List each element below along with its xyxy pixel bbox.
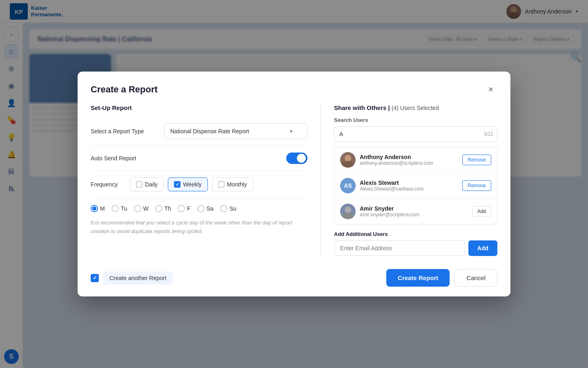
email-input-row: Add bbox=[334, 240, 497, 256]
share-count: (4) Users Selected bbox=[392, 105, 439, 111]
email-input[interactable] bbox=[334, 240, 465, 256]
create-report-button[interactable]: Create Report bbox=[386, 269, 450, 287]
user-email: anthony.anderson@scriptera.com bbox=[360, 160, 458, 166]
modal-footer: ✓ Create another Report Create Report Ca… bbox=[78, 261, 510, 296]
days-row: M Tu W Th F bbox=[91, 198, 307, 219]
search-input[interactable] bbox=[334, 126, 497, 142]
share-title: Share with Others | bbox=[334, 104, 390, 111]
svg-point-4 bbox=[345, 155, 351, 162]
modal-title: Create a Report bbox=[91, 84, 158, 95]
freq-weekly[interactable]: ✓ Weekly bbox=[168, 177, 208, 191]
user-email: Alexis.Stewart@saritasa.com bbox=[360, 186, 458, 192]
user-name-text: Amir Snyder bbox=[360, 205, 468, 212]
day-w[interactable]: W bbox=[134, 205, 149, 212]
auto-send-label: Auto Send Report bbox=[91, 155, 136, 162]
select-chevron-icon: ▾ bbox=[290, 128, 292, 134]
footer-buttons: Create Report Cancel bbox=[386, 269, 497, 287]
setup-panel: Set-Up Report Select a Report Type Natio… bbox=[91, 104, 307, 256]
report-type-label: Select a Report Type bbox=[91, 128, 156, 135]
modal-header: Create a Report × bbox=[78, 72, 510, 96]
frequency-row: Frequency Daily ✓ Weekly bbox=[91, 171, 307, 198]
day-th[interactable]: Th bbox=[155, 205, 171, 212]
modal-body: Set-Up Report Select a Report Type Natio… bbox=[78, 96, 510, 256]
setup-title: Set-Up Report bbox=[91, 104, 307, 111]
report-type-select-wrapper[interactable]: National Dispense Rate Report ▾ bbox=[164, 123, 307, 139]
search-users-label: Search Users bbox=[334, 117, 497, 123]
user-info: Anthony Anderson anthony.anderson@script… bbox=[360, 154, 458, 166]
svg-point-7 bbox=[342, 213, 354, 219]
create-another-label: Create another Report bbox=[103, 272, 173, 285]
auto-send-row: Auto Send Report bbox=[91, 146, 307, 171]
cancel-button[interactable]: Cancel bbox=[454, 269, 497, 287]
weekly-label: Weekly bbox=[183, 181, 202, 188]
user-info: Amir Snyder amir.snyder@scriptera.com bbox=[360, 205, 468, 218]
daily-label: Daily bbox=[145, 181, 158, 188]
add-users-label: Add Additional Users bbox=[334, 231, 497, 237]
day-f[interactable]: F bbox=[178, 205, 191, 212]
info-text: It is recommended that you select a cycl… bbox=[91, 219, 307, 239]
remove-button[interactable]: Remove bbox=[462, 155, 491, 165]
create-another-checkbox[interactable]: ✓ bbox=[91, 274, 99, 282]
frequency-label: Frequency bbox=[91, 181, 123, 188]
search-input-wrapper: 3/12 bbox=[334, 126, 497, 142]
add-user-button[interactable]: Add bbox=[472, 206, 491, 217]
add-users-section: Add Additional Users Add bbox=[334, 231, 497, 256]
day-m[interactable]: M bbox=[91, 205, 105, 212]
freq-monthly[interactable]: Monthly bbox=[212, 177, 253, 191]
monthly-checkbox[interactable] bbox=[218, 181, 225, 188]
close-button[interactable]: × bbox=[484, 83, 497, 96]
create-report-modal: Create a Report × Set-Up Report Select a… bbox=[78, 72, 510, 296]
svg-point-6 bbox=[345, 206, 351, 213]
user-list: Anthony Anderson anthony.anderson@script… bbox=[334, 147, 497, 224]
user-item: AS Alexis Stewart Alexis.Stewart@saritas… bbox=[334, 173, 497, 199]
day-su[interactable]: Su bbox=[220, 205, 236, 212]
day-tu[interactable]: Tu bbox=[111, 205, 127, 212]
remove-button[interactable]: Remove bbox=[462, 180, 491, 191]
share-panel: Share with Others | (4) Users Selected S… bbox=[334, 104, 497, 256]
user-name-text: Anthony Anderson bbox=[360, 154, 458, 160]
user-info: Alexis Stewart Alexis.Stewart@saritasa.c… bbox=[360, 180, 458, 192]
panel-divider bbox=[321, 104, 321, 256]
svg-point-5 bbox=[342, 161, 354, 168]
checkmark-icon: ✓ bbox=[93, 275, 97, 281]
frequency-options: Daily ✓ Weekly Monthly bbox=[130, 177, 253, 191]
weekly-checkbox[interactable]: ✓ bbox=[174, 181, 180, 188]
avatar: AS bbox=[340, 178, 356, 193]
create-another-wrapper[interactable]: ✓ Create another Report bbox=[91, 272, 173, 285]
share-header: Share with Others | (4) Users Selected bbox=[334, 104, 497, 111]
search-count-badge: 3/12 bbox=[484, 131, 493, 137]
daily-checkbox[interactable] bbox=[136, 181, 143, 188]
day-sa[interactable]: Sa bbox=[197, 205, 214, 212]
report-type-row: Select a Report Type National Dispense R… bbox=[91, 119, 307, 146]
user-email: amir.snyder@scriptera.com bbox=[360, 212, 468, 218]
avatar bbox=[340, 152, 356, 168]
user-item: Amir Snyder amir.snyder@scriptera.com Ad… bbox=[334, 199, 497, 224]
user-item: Anthony Anderson anthony.anderson@script… bbox=[334, 147, 497, 173]
add-email-button[interactable]: Add bbox=[468, 240, 497, 256]
freq-daily[interactable]: Daily bbox=[130, 177, 164, 191]
monthly-label: Monthly bbox=[227, 181, 247, 188]
avatar bbox=[340, 204, 356, 219]
user-name-text: Alexis Stewart bbox=[360, 180, 458, 186]
auto-send-toggle[interactable] bbox=[286, 153, 307, 164]
